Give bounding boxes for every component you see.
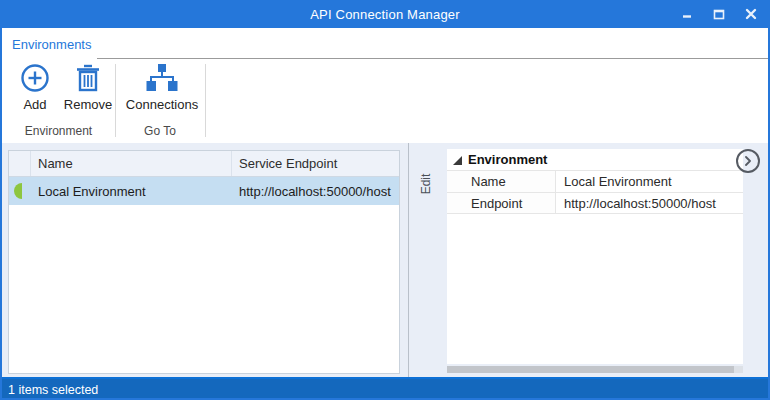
- add-icon: [20, 62, 50, 94]
- add-button-label: Add: [23, 97, 46, 112]
- category-row-environment[interactable]: Environment: [447, 149, 743, 170]
- title-bar: API Connection Manager: [0, 0, 770, 28]
- selection-count-status: 1 items selected: [8, 383, 98, 397]
- window-title: API Connection Manager: [0, 7, 770, 22]
- remove-button[interactable]: Remove: [60, 62, 116, 114]
- group-label-environment: Environment: [2, 123, 115, 139]
- group-label-go-to: Go To: [115, 123, 205, 139]
- connections-network-icon: [145, 62, 179, 94]
- environments-list: Name Service Endpoint Local Environment …: [8, 150, 400, 374]
- content-area: Name Service Endpoint Local Environment …: [2, 143, 768, 377]
- window-controls: [674, 3, 764, 25]
- ribbon: Add Remove: [2, 60, 768, 143]
- scrollbar-thumb[interactable]: [447, 366, 734, 373]
- category-expander-icon[interactable]: [453, 151, 462, 169]
- connections-button-label: Connections: [126, 97, 198, 112]
- minimize-button[interactable]: [674, 3, 700, 25]
- list-header: Name Service Endpoint: [9, 151, 399, 177]
- close-button[interactable]: [738, 3, 764, 25]
- minimize-icon: [681, 8, 693, 20]
- category-label: Environment: [468, 152, 547, 167]
- edit-pane-tab[interactable]: Edit: [413, 155, 439, 213]
- remove-trash-icon: [74, 62, 102, 94]
- selected-row-indicator-icon: [14, 183, 22, 199]
- header-selector-column: [9, 151, 31, 176]
- chevron-right-icon: [743, 152, 753, 170]
- row-name-cell: Local Environment: [31, 184, 232, 199]
- remove-button-label: Remove: [64, 97, 112, 112]
- maximize-button[interactable]: [706, 3, 732, 25]
- property-grid: Environment Name Local Environment Endpo…: [447, 149, 743, 364]
- property-value-field[interactable]: Local Environment: [556, 171, 743, 192]
- header-name-column[interactable]: Name: [31, 151, 232, 176]
- horizontal-scrollbar[interactable]: [447, 366, 743, 373]
- tab-strip-underline: [97, 58, 768, 59]
- ribbon-tab-strip: Environments: [2, 28, 768, 60]
- edit-pane-tab-label: Edit: [419, 174, 433, 195]
- property-label: Name: [447, 171, 556, 192]
- edit-pane: Edit Environment Name Local Environment …: [408, 143, 768, 377]
- table-row[interactable]: Local Environment http://localhost:50000…: [9, 177, 399, 205]
- pane-expand-button[interactable]: [736, 149, 760, 173]
- app-window: API Connection Manager Environments: [0, 0, 770, 400]
- status-bar: 1 items selected: [0, 377, 770, 400]
- add-button[interactable]: Add: [10, 62, 60, 114]
- row-selector-cell: [9, 183, 31, 199]
- row-endpoint-cell: http://localhost:50000/host: [232, 184, 399, 199]
- property-row-name: Name Local Environment: [447, 170, 743, 192]
- close-icon: [745, 8, 757, 20]
- ribbon-group-separator: [205, 64, 206, 137]
- maximize-icon: [713, 8, 725, 20]
- property-label: Endpoint: [447, 193, 556, 213]
- tab-environments[interactable]: Environments: [2, 28, 101, 60]
- property-value-field[interactable]: http://localhost:50000/host: [556, 193, 743, 213]
- property-row-endpoint: Endpoint http://localhost:50000/host: [447, 192, 743, 214]
- header-endpoint-column[interactable]: Service Endpoint: [232, 151, 399, 176]
- connections-button[interactable]: Connections: [120, 62, 204, 114]
